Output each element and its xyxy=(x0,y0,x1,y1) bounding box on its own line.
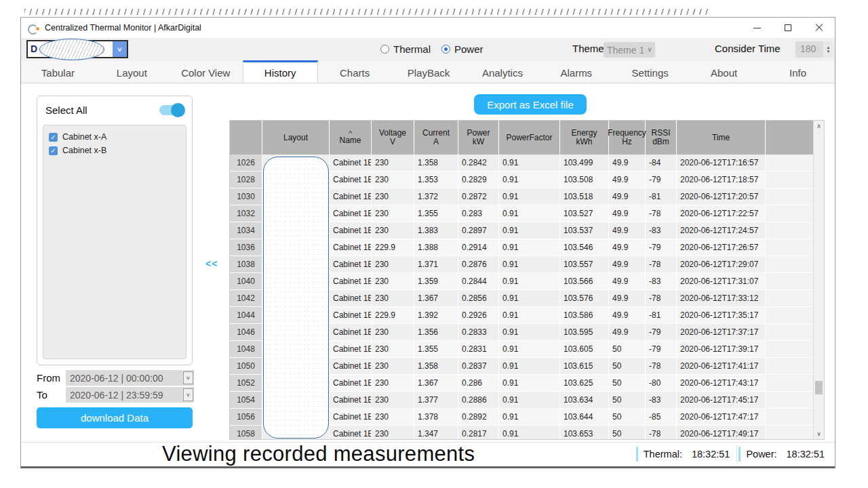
cell: 1.358 xyxy=(414,358,458,375)
theme-select-value: Theme 1 xyxy=(607,45,644,56)
cell: 230 xyxy=(372,188,414,205)
select-all-toggle[interactable] xyxy=(159,105,184,115)
cell: 103.527 xyxy=(560,205,609,222)
to-datetime-select[interactable]: 2020-06-12 | 23:59:59 ˅ xyxy=(66,387,194,403)
col-header-rssi[interactable]: RSSIdBm xyxy=(646,121,677,155)
row-number: 1042 xyxy=(230,290,262,307)
col-header-energy[interactable]: EnergykWh xyxy=(560,121,609,155)
scroll-down-icon[interactable]: ∨ xyxy=(814,430,824,437)
device-select[interactable]: D ˅ xyxy=(26,40,128,58)
col-header-layout[interactable]: Layout xyxy=(262,121,330,155)
power-radio[interactable]: Power xyxy=(441,43,484,55)
consider-time-label: Consider Time xyxy=(715,43,781,54)
cell: 50 xyxy=(609,341,646,358)
cell: 0.91 xyxy=(499,273,560,290)
tab-alarms[interactable]: Alarms xyxy=(539,60,613,83)
maximize-button[interactable] xyxy=(772,18,804,38)
tab-layout[interactable]: Layout xyxy=(95,60,169,83)
cabinet-checkbox-item[interactable]: ✓Cabinet x-B xyxy=(49,144,180,157)
theme-select[interactable]: Theme 1 ˅ xyxy=(604,42,655,58)
redaction-hatch-strip xyxy=(24,9,711,15)
tab-color-view[interactable]: Color View xyxy=(169,60,243,83)
power-radio-label: Power xyxy=(454,43,484,55)
consider-time-spinner[interactable]: 180 ▲ ▼ xyxy=(795,41,833,58)
thermal-accent-bar xyxy=(636,447,638,462)
window-title: Centralized Thermal Monitor | AfkarDigit… xyxy=(45,23,201,33)
scroll-up-icon[interactable]: ∧ xyxy=(814,123,824,129)
col-header-current[interactable]: CurrentA xyxy=(414,121,458,155)
cell: 0.2842 xyxy=(458,155,499,171)
tab-about[interactable]: About xyxy=(687,60,761,83)
row-filler xyxy=(766,222,813,239)
tab-info[interactable]: Info xyxy=(761,60,835,83)
col-header-power[interactable]: PowerkW xyxy=(458,121,499,155)
cell: 230 xyxy=(372,324,414,341)
minimize-button[interactable] xyxy=(741,18,772,38)
thermal-clock-label: Thermal: xyxy=(644,449,682,460)
tab-playback[interactable]: PlayBack xyxy=(392,60,466,83)
close-button[interactable] xyxy=(804,18,835,38)
col-header-name[interactable]: ^Name xyxy=(330,121,372,155)
cell: 229.9 xyxy=(372,307,414,324)
row-filler xyxy=(766,341,813,358)
cell: -79 xyxy=(646,239,677,256)
cell: 230 xyxy=(372,358,414,375)
from-datetime-select[interactable]: 2020-06-12 | 00:00:00 ˅ xyxy=(66,370,194,386)
cell: 50 xyxy=(609,426,646,440)
power-accent-bar xyxy=(738,447,741,462)
export-excel-button[interactable]: Export as Excel file xyxy=(474,94,587,115)
checkbox-icon[interactable]: ✓ xyxy=(49,146,58,155)
checkbox-icon[interactable]: ✓ xyxy=(49,133,58,142)
cell: 0.2856 xyxy=(458,290,499,307)
table-header: Layout^NameVoltageVCurrentAPowerkWPowerF… xyxy=(230,121,824,155)
row-filler xyxy=(766,307,813,324)
cell: -80 xyxy=(646,375,677,392)
col-header-powerfactor[interactable]: PowerFactor xyxy=(499,121,560,155)
chevron-down-icon[interactable]: ˅ xyxy=(183,388,193,401)
cell: 2020-06-12T17:35:17 xyxy=(677,307,766,324)
cell: 49.9 xyxy=(609,307,646,324)
cabinet-checkbox-item[interactable]: ✓Cabinet x-A xyxy=(49,130,180,144)
chevron-down-icon[interactable]: ˅ xyxy=(183,371,193,384)
spin-down-icon[interactable]: ▼ xyxy=(827,49,831,54)
col-header-time[interactable]: Time xyxy=(677,121,766,155)
cell: 0.2829 xyxy=(458,171,499,188)
cell: 0.91 xyxy=(499,392,560,409)
cell: 103.537 xyxy=(560,222,609,239)
cell: 50 xyxy=(609,375,646,392)
tab-settings[interactable]: Settings xyxy=(613,60,687,83)
cell: Cabinet 1B xyxy=(330,155,372,171)
tab-analytics[interactable]: Analytics xyxy=(465,60,539,83)
cell: 0.2926 xyxy=(458,307,499,324)
control-bar: D ˅ Thermal Power Theme Theme 1 ˅ Consid… xyxy=(21,38,835,60)
redaction-ellipse xyxy=(39,39,104,60)
col-header-voltage[interactable]: VoltageV xyxy=(372,121,414,155)
table-scrollbar[interactable]: ∧ ∨ xyxy=(813,121,824,439)
cell: 1.358 xyxy=(414,155,458,171)
cell: 2020-06-12T17:18:57 xyxy=(677,171,766,188)
cell: 230 xyxy=(372,205,414,222)
cell: 0.2831 xyxy=(458,341,499,358)
cell: 49.9 xyxy=(609,155,646,171)
col-header-rownum[interactable] xyxy=(230,121,262,155)
scrollbar-thumb[interactable] xyxy=(815,381,823,394)
cell: 230 xyxy=(372,375,414,392)
row-filler xyxy=(766,324,813,341)
mode-radio-group: Thermal Power xyxy=(380,38,484,60)
thermal-radio[interactable]: Thermal xyxy=(380,43,431,55)
cell: 49.9 xyxy=(609,205,646,222)
row-number: 1052 xyxy=(230,375,262,392)
download-data-button[interactable]: download Data xyxy=(37,407,193,428)
cell: 230 xyxy=(372,290,414,307)
cell: 0.2872 xyxy=(458,188,499,205)
chevron-down-icon[interactable]: ˅ xyxy=(113,41,127,57)
cell: 103.605 xyxy=(560,341,609,358)
cell: -78 xyxy=(646,358,677,375)
tab-history[interactable]: History xyxy=(243,60,318,83)
row-number: 1034 xyxy=(230,222,262,239)
col-header-frequency[interactable]: FrequencyHz xyxy=(609,121,646,155)
collapse-sidebar-button[interactable]: << xyxy=(205,258,218,269)
cell: Cabinet 1B xyxy=(330,273,372,290)
tab-charts[interactable]: Charts xyxy=(318,60,392,83)
tab-tabular[interactable]: Tabular xyxy=(21,60,95,83)
